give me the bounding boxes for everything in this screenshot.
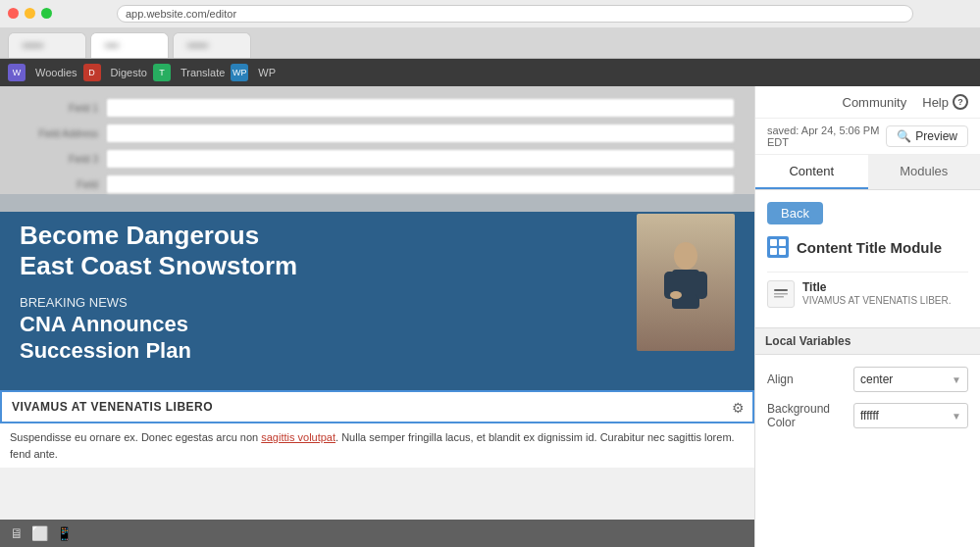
url-text: app.website.com/editor: [126, 8, 236, 20]
form-label-3: Field 3: [20, 154, 98, 165]
panel-nav: Community Help ?: [755, 86, 980, 119]
preview-label: Preview: [915, 129, 957, 143]
svg-rect-6: [774, 293, 788, 295]
form-row-2: Field Address: [20, 124, 735, 143]
article-headline: Become Dangerous East Coast Snowstorm: [20, 221, 314, 281]
desktop-icon[interactable]: 🖥: [10, 525, 24, 541]
ext-label-woodies: Woodies: [35, 67, 77, 78]
ext-icon-digesto[interactable]: D: [83, 64, 101, 81]
form-input-4[interactable]: [106, 174, 735, 194]
svg-rect-3: [696, 272, 707, 299]
tablet-icon[interactable]: ⬜: [31, 525, 48, 541]
form-overlay: Field 1 Field Address Field 3 Field: [0, 86, 754, 212]
preview-button[interactable]: 🔍 Preview: [886, 125, 968, 147]
breaking-news-label: BREAKING NEWS: [20, 295, 735, 310]
ext-label-digesto: Digesto: [111, 67, 147, 78]
url-bar[interactable]: app.website.com/editor: [117, 5, 913, 23]
browser-tab-1[interactable]: ••••••: [8, 32, 86, 58]
module-sub-info: Title VIVAMUS AT VENENATIS LIBER.: [802, 280, 968, 306]
tab-content[interactable]: Content: [755, 155, 868, 189]
content-link[interactable]: sagittis volutpat: [261, 431, 335, 443]
browser-tabs: •••••• •••• ••••••: [0, 27, 980, 58]
bg-color-control[interactable]: ffffff ▼: [853, 403, 968, 428]
article-subheadline: CNA Announces Succession Plan: [20, 312, 294, 364]
browser-titlebar: app.website.com/editor: [0, 0, 980, 27]
mobile-icon[interactable]: 📱: [56, 525, 73, 541]
body-text-before: Suspendisse eu ornare ex. Donec egestas …: [10, 431, 261, 443]
icon-cell-2: [779, 239, 786, 246]
maximize-dot[interactable]: [41, 8, 52, 19]
extension-bar: W Woodies D Digesto T Translate WP WP: [0, 59, 980, 86]
article-banner: Become Dangerous East Coast Snowstorm BR…: [0, 194, 754, 390]
article-preview: Become Dangerous East Coast Snowstorm BR…: [0, 194, 754, 547]
align-label: Align: [767, 373, 846, 386]
browser-chrome: app.website.com/editor •••••• •••• •••••…: [0, 0, 980, 59]
form-label-4: Field: [20, 179, 98, 190]
back-button[interactable]: Back: [767, 202, 823, 224]
community-label: Community: [843, 95, 907, 110]
form-label-1: Field 1: [20, 103, 98, 114]
form-label-2: Field Address: [20, 128, 98, 139]
close-dot[interactable]: [8, 8, 19, 19]
form-input-1[interactable]: [106, 98, 735, 118]
tab3-label: ••••••: [187, 40, 208, 51]
gear-icon[interactable]: ⚙: [732, 400, 745, 416]
align-value: center: [860, 373, 893, 386]
content-body-text: Suspendisse eu ornare ex. Donec egestas …: [0, 423, 754, 468]
tab2-label: ••••: [105, 40, 119, 51]
sub-module-desc: VIVAMUS AT VENENATIS LIBER.: [802, 295, 968, 306]
article-content-bar: VIVAMUS AT VENENATIS LIBERO ⚙: [0, 390, 754, 423]
minimize-dot[interactable]: [25, 8, 35, 19]
preview-search-icon: 🔍: [897, 129, 911, 143]
form-row-1: Field 1: [20, 98, 735, 118]
ext-label-wp: WP: [258, 67, 276, 78]
form-input-2[interactable]: [106, 124, 735, 143]
panel-header: Community Help ? saved: Apr 24, 5:06 PM …: [755, 86, 980, 155]
form-row-4: Field: [20, 174, 735, 194]
align-arrow-icon: ▼: [952, 374, 961, 385]
help-label: Help: [922, 95, 949, 110]
icon-cell-1: [770, 239, 777, 246]
panel-tabs: Content Modules: [755, 155, 980, 190]
svg-rect-5: [774, 289, 788, 291]
tab-modules[interactable]: Modules: [868, 155, 981, 189]
form-input-3[interactable]: [106, 149, 735, 169]
tab1-label: ••••••: [23, 40, 43, 51]
svg-rect-7: [774, 296, 784, 298]
ext-icon-translate[interactable]: T: [153, 64, 171, 81]
main-layout: Field 1 Field Address Field 3 Field Beco…: [0, 86, 980, 547]
module-grid-icon: [767, 236, 789, 258]
content-title-text: VIVAMUS AT VENENATIS LIBERO: [12, 400, 743, 414]
module-title: Content Title Module: [797, 239, 942, 256]
tab-modules-label: Modules: [900, 164, 948, 178]
person-silhouette: [637, 214, 735, 351]
icon-cell-3: [770, 248, 777, 255]
panel-status: saved: Apr 24, 5:06 PM EDT 🔍 Preview: [755, 119, 980, 154]
ext-icon-woodies[interactable]: W: [8, 64, 26, 81]
browser-tab-3[interactable]: ••••••: [173, 32, 251, 58]
content-area: Field 1 Field Address Field 3 Field Beco…: [0, 86, 754, 547]
svg-point-0: [674, 242, 697, 270]
sub-module-title: Title: [802, 280, 968, 294]
module-title-row: Content Title Module: [767, 236, 968, 258]
bg-color-value: ffffff: [860, 409, 879, 423]
community-link[interactable]: Community: [843, 95, 907, 110]
bg-color-var-row: Background Color ffffff ▼: [767, 402, 968, 429]
align-var-row: Align center ▼: [767, 367, 968, 392]
title-module-icon: [767, 280, 795, 308]
form-row-3: Field 3: [20, 149, 735, 169]
save-status: saved: Apr 24, 5:06 PM EDT: [767, 124, 886, 148]
bg-color-arrow-icon: ▼: [952, 411, 961, 422]
align-control[interactable]: center ▼: [853, 367, 968, 392]
svg-point-4: [670, 291, 682, 299]
help-link[interactable]: Help ?: [922, 94, 968, 110]
browser-tab-2[interactable]: ••••: [90, 32, 169, 58]
local-vars-header: Local Variables: [755, 327, 980, 355]
svg-rect-1: [672, 270, 699, 309]
icon-cell-4: [779, 248, 786, 255]
bg-color-label: Background Color: [767, 402, 846, 429]
article-person-image: [637, 214, 735, 351]
module-sub-row[interactable]: Title VIVAMUS AT VENENATIS LIBER.: [767, 272, 968, 316]
right-panel: Community Help ? saved: Apr 24, 5:06 PM …: [754, 86, 980, 547]
ext-icon-wp[interactable]: WP: [231, 64, 248, 81]
